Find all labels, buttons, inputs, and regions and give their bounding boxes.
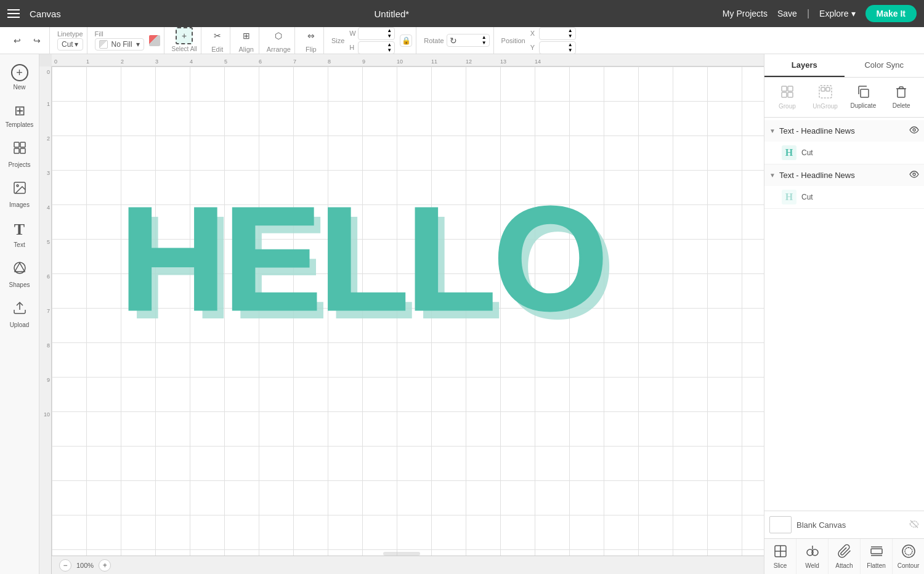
- height-up[interactable]: ▲: [387, 42, 392, 47]
- hello-text[interactable]: HELLO HELLO HELLO: [113, 153, 717, 350]
- shapes-icon: [12, 261, 27, 279]
- edit-button[interactable]: ✂: [209, 27, 226, 44]
- tab-layers[interactable]: Layers: [764, 54, 845, 77]
- layer-1-child-1[interactable]: H Cut: [764, 142, 924, 164]
- x-down[interactable]: ▼: [568, 34, 573, 39]
- svg-rect-3: [20, 148, 25, 153]
- layer-2-header[interactable]: ▼ Text - Headline News: [764, 164, 924, 186]
- fill-select[interactable]: No Fill ▾: [95, 38, 144, 51]
- flip-button[interactable]: ⇔: [302, 27, 320, 44]
- sidebar-item-upload[interactable]: Upload: [1, 296, 38, 333]
- flatten-button[interactable]: Flatten: [861, 539, 893, 574]
- layer-2-title: Text - Headline News: [779, 171, 906, 180]
- align-button[interactable]: ⊞: [238, 27, 255, 44]
- layer-1-header[interactable]: ▼ Text - Headline News: [764, 120, 924, 142]
- hamburger-menu[interactable]: [7, 9, 20, 18]
- svg-rect-19: [898, 89, 905, 97]
- svg-rect-13: [782, 92, 787, 97]
- svg-rect-17: [826, 87, 830, 91]
- delete-button[interactable]: Delete: [882, 81, 920, 113]
- layer-group-2: ▼ Text - Headline News H Cut: [764, 164, 924, 209]
- duplicate-button[interactable]: Duplicate: [845, 81, 883, 113]
- width-up[interactable]: ▲: [387, 28, 392, 33]
- layers-list: ▼ Text - Headline News H Cut: [764, 118, 924, 511]
- attach-icon: [837, 544, 852, 561]
- zoom-level: 100%: [76, 562, 94, 569]
- images-icon: [12, 180, 27, 199]
- layer-2-visibility[interactable]: [909, 169, 919, 181]
- duplicate-icon: [856, 85, 870, 101]
- height-input[interactable]: [361, 43, 386, 52]
- redo-button[interactable]: ↪: [28, 32, 46, 49]
- svg-point-21: [913, 173, 915, 176]
- rotate-down[interactable]: ▼: [482, 41, 487, 46]
- blank-canvas-visibility[interactable]: [909, 519, 919, 531]
- slice-button[interactable]: Slice: [764, 539, 796, 574]
- x-up[interactable]: ▲: [568, 28, 573, 33]
- sidebar-item-shapes[interactable]: Shapes: [1, 256, 38, 293]
- svg-rect-16: [821, 87, 825, 91]
- svg-rect-11: [782, 86, 787, 91]
- tab-color-sync[interactable]: Color Sync: [845, 54, 925, 77]
- y-up[interactable]: ▲: [568, 42, 573, 47]
- linetype-select[interactable]: Cut ▾: [57, 38, 83, 51]
- document-title[interactable]: Untitled*: [375, 9, 410, 19]
- sidebar-item-new[interactable]: + New: [1, 59, 38, 95]
- canvas-area[interactable]: 0 1 2 3 4 5 6 7 8 9 10 11 12 13 14 0 1 2: [39, 54, 764, 574]
- sidebar-item-images[interactable]: Images: [1, 176, 38, 213]
- ungroup-button[interactable]: UnGroup: [806, 81, 845, 113]
- blank-canvas-row: Blank Canvas: [764, 511, 924, 538]
- delete-icon: [894, 85, 908, 101]
- svg-rect-12: [788, 86, 793, 91]
- app-name: Canvas: [30, 9, 61, 19]
- fill-label: Fill: [95, 30, 144, 38]
- attach-button[interactable]: Attach: [829, 539, 861, 574]
- layer-2-child-1[interactable]: H Cut: [764, 186, 924, 208]
- x-input[interactable]: [542, 29, 567, 38]
- left-sidebar: + New ⊞ Templates Projects: [0, 54, 39, 574]
- select-all-button[interactable]: [176, 27, 193, 44]
- lock-aspect-button[interactable]: 🔒: [400, 34, 412, 47]
- flatten-icon: [869, 544, 884, 561]
- topbar: Canvas Untitled* My Projects Save | Expl…: [0, 0, 924, 27]
- y-input[interactable]: [542, 43, 567, 52]
- group-button[interactable]: Group: [768, 81, 806, 113]
- weld-button[interactable]: Weld: [796, 539, 829, 574]
- svg-rect-18: [861, 89, 869, 97]
- canvas-grid[interactable]: HELLO HELLO HELLO: [52, 67, 764, 556]
- size-label: Size: [331, 37, 344, 44]
- blank-canvas-thumb: [769, 516, 792, 533]
- sidebar-item-projects[interactable]: Projects: [1, 135, 38, 173]
- bottom-actions: Slice Weld Attach: [764, 538, 924, 574]
- sidebar-item-text[interactable]: T Text: [1, 216, 38, 253]
- panel-tabs: Layers Color Sync: [764, 54, 924, 78]
- linetype-label: Linetype: [57, 30, 83, 38]
- layer-1-visibility[interactable]: [909, 125, 919, 137]
- width-input[interactable]: [361, 29, 386, 38]
- rotate-up[interactable]: ▲: [482, 35, 487, 40]
- zoom-in-button[interactable]: +: [99, 559, 111, 572]
- layers-spacer: [764, 209, 924, 455]
- save-button[interactable]: Save: [777, 9, 797, 18]
- make-it-button[interactable]: Make It: [865, 5, 917, 22]
- ruler-top: 0 1 2 3 4 5 6 7 8 9 10 11 12 13 14: [52, 54, 764, 67]
- contour-button[interactable]: Contour: [893, 539, 924, 574]
- svg-text:HELLO: HELLO: [120, 176, 605, 341]
- projects-icon: [12, 140, 27, 159]
- explore-button[interactable]: Explore ▾: [819, 9, 855, 18]
- y-down[interactable]: ▼: [568, 48, 573, 53]
- group-icon: [780, 85, 794, 102]
- height-down[interactable]: ▼: [387, 48, 392, 53]
- undo-button[interactable]: ↩: [9, 32, 26, 49]
- my-projects-link[interactable]: My Projects: [723, 9, 768, 18]
- edit-label: Edit: [211, 46, 223, 53]
- slice-icon: [773, 544, 788, 561]
- rotate-input[interactable]: [458, 36, 480, 45]
- width-down[interactable]: ▼: [387, 34, 392, 39]
- align-label: Align: [239, 46, 254, 53]
- zoom-out-button[interactable]: −: [59, 559, 71, 572]
- sidebar-item-templates[interactable]: ⊞ Templates: [1, 98, 38, 133]
- chevron-down-icon: ▾: [851, 9, 856, 18]
- arrange-button[interactable]: ⬡: [270, 27, 287, 44]
- svg-line-22: [910, 520, 918, 528]
